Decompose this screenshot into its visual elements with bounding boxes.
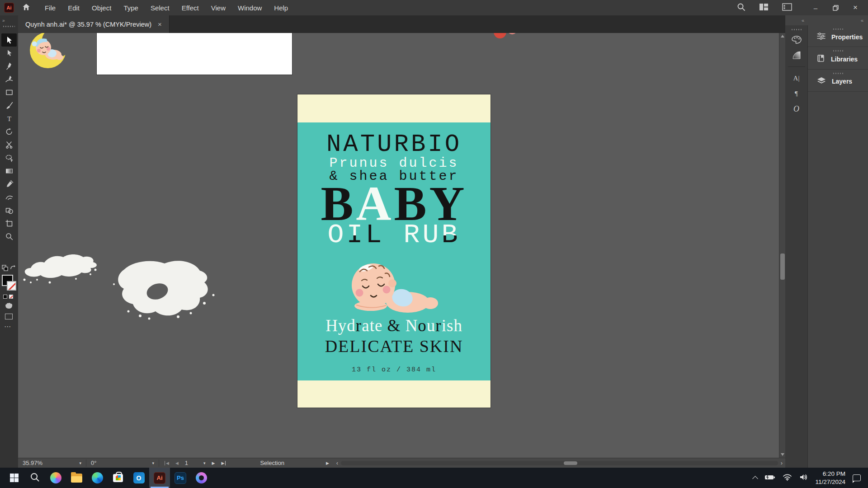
- character-panel-icon[interactable]: A|: [789, 71, 804, 85]
- panel-grip[interactable]: [833, 50, 843, 52]
- scroll-up-arrow[interactable]: [781, 35, 784, 38]
- home-button[interactable]: [22, 3, 30, 13]
- workspace-switcher-icon[interactable]: [782, 3, 792, 13]
- none-button[interactable]: [9, 295, 13, 299]
- artboard-number-dropdown[interactable]: 1 ▾: [185, 460, 206, 466]
- wifi-icon[interactable]: [783, 474, 792, 483]
- menu-select[interactable]: Select: [151, 4, 170, 12]
- empty-artboard[interactable]: [97, 33, 292, 75]
- zoom-level-dropdown[interactable]: 35.97% ▾: [18, 458, 86, 468]
- expand-panels-icon[interactable]: »: [2, 18, 5, 23]
- microsoft-store-button[interactable]: [108, 468, 128, 488]
- moon-baby-artwork[interactable]: [26, 33, 72, 70]
- menu-object[interactable]: Object: [92, 4, 111, 12]
- default-fill-stroke-icon[interactable]: [2, 265, 8, 272]
- restore-button[interactable]: [826, 0, 845, 15]
- last-artboard-button[interactable]: ▶: [222, 461, 226, 465]
- hand-tool[interactable]: [4, 302, 13, 312]
- width-tool[interactable]: [1, 191, 17, 204]
- copilot-button[interactable]: [45, 468, 66, 488]
- stroke-color-swatch[interactable]: [7, 281, 16, 291]
- eyedropper-tool[interactable]: [1, 178, 17, 191]
- curvature-tool[interactable]: [1, 73, 17, 86]
- notification-center-icon[interactable]: [853, 474, 861, 481]
- scroll-right-arrow[interactable]: ›: [781, 460, 783, 466]
- rectangle-tool[interactable]: [1, 86, 17, 99]
- canvas-area[interactable]: NATURBIO Prunus dulcis & shea butter BAB…: [18, 33, 785, 458]
- scroll-left-arrow[interactable]: ‹: [336, 460, 338, 466]
- vertical-scroll-thumb[interactable]: [780, 253, 785, 280]
- horizontal-scroll-thumb[interactable]: [564, 461, 577, 465]
- milk-splash-artwork-1[interactable]: [22, 250, 98, 290]
- horizontal-scrollbar[interactable]: [341, 461, 778, 465]
- battery-icon[interactable]: [764, 474, 775, 482]
- tab-close-icon[interactable]: ×: [158, 20, 162, 28]
- collapse-panel-strip[interactable]: «: [861, 18, 863, 23]
- scissors-tool[interactable]: [1, 138, 17, 151]
- artboard-number-value: 1: [185, 460, 188, 466]
- minimize-button[interactable]: –: [806, 0, 826, 15]
- panel-grip[interactable]: [833, 28, 843, 30]
- shape-builder-tool[interactable]: [1, 204, 17, 217]
- scroll-down-arrow[interactable]: [781, 453, 784, 456]
- panel-grip[interactable]: [833, 73, 843, 74]
- document-tab[interactable]: Quynh anh.ai* @ 35.97 % (CMYK/Preview) ×: [18, 15, 170, 33]
- swap-fill-stroke-icon[interactable]: [10, 265, 16, 272]
- gradient-tool[interactable]: [1, 164, 17, 178]
- color-button[interactable]: [3, 295, 7, 299]
- photoshop-taskbar-button[interactable]: Ps: [170, 468, 191, 488]
- menu-effect[interactable]: Effect: [182, 4, 199, 12]
- zoom-tool[interactable]: [1, 230, 17, 243]
- label-artboard[interactable]: NATURBIO Prunus dulcis & shea butter BAB…: [297, 94, 491, 408]
- illustrator-taskbar-button[interactable]: Ai: [149, 468, 170, 488]
- layers-panel-tab[interactable]: Layers: [808, 70, 868, 92]
- red-shape-artwork[interactable]: [494, 33, 506, 38]
- taskbar-clock[interactable]: 6:20 PM 11/27/2024: [815, 470, 845, 486]
- edit-toolbar-button[interactable]: ⋯: [4, 323, 11, 331]
- direct-selection-tool[interactable]: [1, 47, 17, 60]
- outlook-button[interactable]: O: [128, 468, 149, 488]
- menu-file[interactable]: File: [45, 4, 56, 12]
- taskbar-search-button[interactable]: [24, 468, 45, 488]
- menu-view[interactable]: View: [211, 4, 226, 12]
- panel-grip[interactable]: [792, 29, 802, 30]
- pen-tool[interactable]: [1, 60, 17, 73]
- libraries-panel-tab[interactable]: Libraries: [808, 47, 868, 70]
- pink-shape-artwork[interactable]: [507, 33, 517, 34]
- paintbrush-tool[interactable]: [1, 99, 17, 112]
- previous-artboard-button[interactable]: ◀: [175, 461, 179, 465]
- selection-tool[interactable]: [1, 33, 17, 47]
- color-panel-icon[interactable]: [789, 33, 804, 47]
- menu-window[interactable]: Window: [238, 4, 262, 12]
- draw-normal-mode-button[interactable]: [5, 314, 13, 319]
- file-explorer-button[interactable]: [66, 468, 87, 488]
- menu-edit[interactable]: Edit: [68, 4, 80, 12]
- menu-type[interactable]: Type: [123, 4, 138, 12]
- opacity-panel-icon[interactable]: O: [789, 102, 804, 116]
- color-controls: ⋯: [0, 265, 18, 355]
- search-icon[interactable]: [737, 3, 745, 13]
- first-artboard-button[interactable]: ◀: [165, 461, 169, 465]
- milk-splash-artwork-2[interactable]: [110, 257, 220, 321]
- rotate-tool[interactable]: [1, 125, 17, 138]
- collapse-icon-strip[interactable]: «: [802, 18, 804, 23]
- rotation-dropdown[interactable]: 0° ▾: [86, 458, 159, 468]
- status-menu-arrow[interactable]: ▶: [326, 461, 329, 465]
- shaper-tool[interactable]: [1, 151, 17, 164]
- artboard-tool[interactable]: [1, 217, 17, 230]
- start-button[interactable]: [4, 468, 24, 488]
- edge-button[interactable]: [87, 468, 108, 488]
- arrange-documents-icon[interactable]: [759, 3, 769, 13]
- next-artboard-button[interactable]: ▶: [212, 461, 215, 465]
- volume-icon[interactable]: [799, 474, 808, 483]
- properties-panel-tab[interactable]: Properties: [808, 25, 868, 47]
- panel-grip[interactable]: [3, 26, 15, 27]
- close-button[interactable]: ×: [845, 0, 865, 15]
- tray-overflow-chevron-icon[interactable]: [753, 476, 759, 482]
- paragraph-panel-icon[interactable]: ¶: [789, 87, 804, 100]
- gradient-panel-icon[interactable]: [789, 48, 804, 62]
- vertical-scrollbar[interactable]: [779, 33, 785, 458]
- type-tool[interactable]: T: [1, 112, 17, 125]
- designer-button[interactable]: [191, 468, 212, 488]
- menu-help[interactable]: Help: [274, 4, 288, 12]
